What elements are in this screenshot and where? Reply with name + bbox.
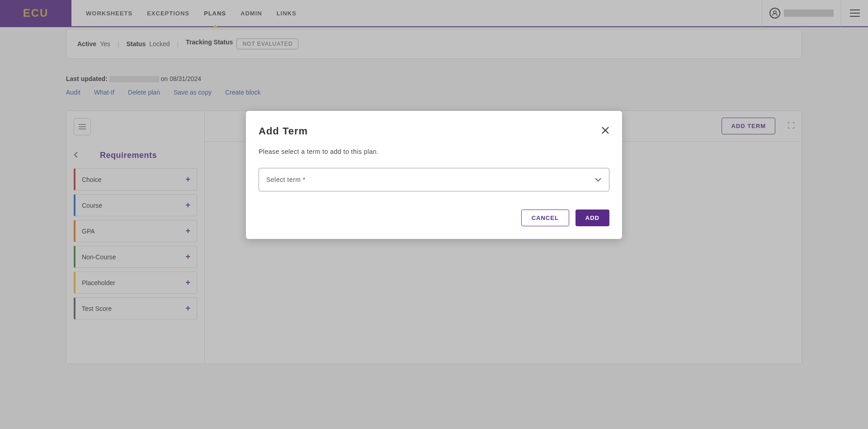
modal-footer: CANCEL ADD (259, 210, 609, 226)
modal-subtitle: Please select a term to add to this plan… (259, 148, 609, 155)
close-icon[interactable] (601, 125, 609, 137)
modal-title: Add Term (259, 125, 308, 137)
add-button[interactable]: ADD (576, 210, 609, 226)
add-term-modal: Add Term Please select a term to add to … (246, 111, 622, 239)
select-placeholder: Select term * (266, 176, 306, 183)
modal-header: Add Term (259, 125, 609, 137)
chevron-down-icon (594, 176, 602, 184)
modal-overlay[interactable]: Add Term Please select a term to add to … (0, 0, 868, 429)
cancel-button[interactable]: CANCEL (521, 210, 569, 226)
select-term-dropdown[interactable]: Select term * (259, 168, 609, 191)
